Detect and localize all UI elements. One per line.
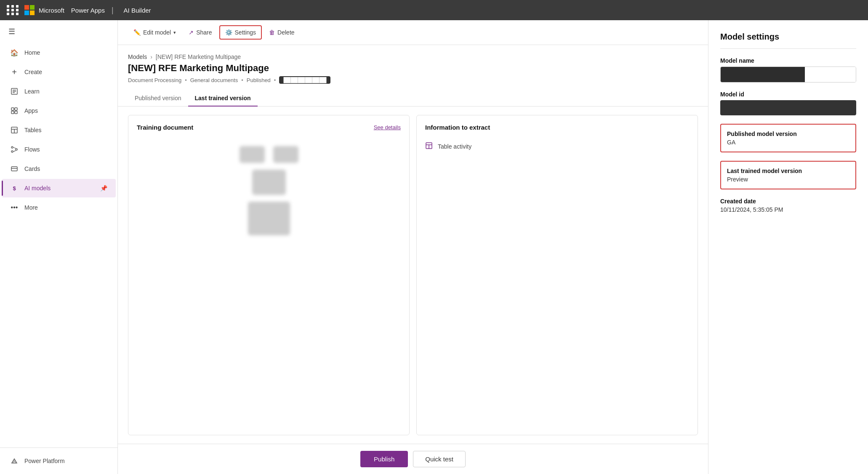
page-header: Models › [NEW] RFE Marketing Multipage [… <box>118 45 708 91</box>
sidebar-item-label: Power Platform <box>24 458 65 464</box>
page-title: [NEW] RFE Marketing Multipage <box>128 63 698 74</box>
share-button[interactable]: ↗ Share <box>183 26 217 39</box>
card-header: Training document See details <box>137 124 401 131</box>
training-document-card: Training document See details <box>128 115 410 435</box>
dot-2: • <box>241 77 243 83</box>
settings-icon: ⚙️ <box>225 29 232 36</box>
cards-area: Training document See details <box>118 107 708 444</box>
top-bar: Microsoft Power Apps | AI Builder <box>0 0 868 20</box>
model-name-input-wrapper <box>720 67 856 83</box>
blur-row-3 <box>248 202 290 235</box>
main-content: ✏️ Edit model ▾ ↗ Share ⚙️ Settings 🗑 De… <box>118 20 708 474</box>
svg-rect-5 <box>15 108 17 110</box>
pin-icon: 📌 <box>100 185 107 192</box>
breadcrumb-parent[interactable]: Models <box>128 53 147 60</box>
quick-test-button[interactable]: Quick test <box>413 451 466 467</box>
sidebar-item-apps[interactable]: Apps <box>2 101 116 120</box>
edit-model-label: Edit model <box>143 29 171 36</box>
sidebar-item-cards[interactable]: Cards <box>2 160 116 178</box>
last-trained-version-section: Last trained model version Preview <box>720 161 856 189</box>
published-version-label: Published model version <box>727 130 849 137</box>
main-layout: ☰ 🏠 Home + Create Learn Apps Tables <box>0 20 868 474</box>
model-id-field: Model id <box>720 91 856 115</box>
card-header-2: Information to extract <box>425 124 689 131</box>
dot-3: • <box>274 77 276 83</box>
tabs: Published version Last trained version <box>118 91 708 107</box>
edit-icon: ✏️ <box>133 29 141 36</box>
more-icon: ••• <box>10 203 19 212</box>
sidebar-item-flows[interactable]: Flows <box>2 140 116 159</box>
table-activity-item[interactable]: Table activity <box>425 138 689 155</box>
last-trained-version-label: Last trained model version <box>727 168 849 174</box>
sidebar-item-power-platform[interactable]: Power Platform <box>2 452 116 470</box>
model-name-empty <box>805 67 856 82</box>
tab-last-trained-version[interactable]: Last trained version <box>188 91 258 107</box>
svg-point-13 <box>11 151 13 152</box>
chevron-down-icon: ▾ <box>173 30 176 35</box>
settings-button[interactable]: ⚙️ Settings <box>219 25 262 40</box>
breadcrumb: Models › [NEW] RFE Marketing Multipage <box>128 53 698 60</box>
edit-model-button[interactable]: ✏️ Edit model ▾ <box>128 26 181 39</box>
training-doc-content <box>137 138 401 244</box>
tables-icon <box>10 126 19 134</box>
model-name-field: Model name <box>720 57 856 83</box>
model-id-value <box>720 100 856 115</box>
power-platform-icon <box>10 457 19 465</box>
separator: | <box>112 6 114 15</box>
settings-panel-title: Model settings <box>720 32 856 49</box>
flows-icon <box>10 145 19 154</box>
subtitle-type: Document Processing <box>128 77 181 83</box>
microsoft-label: Microsoft <box>39 7 64 14</box>
share-label: Share <box>196 29 212 36</box>
waffle-menu[interactable] <box>7 5 19 15</box>
model-name-filled <box>721 67 805 82</box>
blur-row-2 <box>252 170 286 195</box>
svg-rect-7 <box>15 111 17 114</box>
dot-1: • <box>185 77 187 83</box>
hamburger-menu[interactable]: ☰ <box>0 20 117 43</box>
tab-published-version[interactable]: Published version <box>128 91 188 107</box>
training-doc-title: Training document <box>137 124 193 131</box>
blur-placeholder-1 <box>240 146 265 163</box>
app-name: Power Apps <box>71 7 105 14</box>
sidebar-item-label: Learn <box>24 88 40 95</box>
subtitle-status: Published <box>247 77 271 83</box>
see-details-link[interactable]: See details <box>374 124 401 130</box>
info-extract-card: Information to extract Table activity <box>416 115 698 435</box>
sidebar-item-ai-models[interactable]: $ AI models 📌 <box>2 179 116 197</box>
sidebar-item-label: Home <box>24 49 40 56</box>
breadcrumb-chevron: › <box>150 53 152 60</box>
blur-placeholder-3 <box>252 170 286 195</box>
delete-icon: 🗑 <box>269 29 275 36</box>
sidebar-item-tables[interactable]: Tables <box>2 121 116 139</box>
delete-label: Delete <box>277 29 294 36</box>
apps-icon <box>10 107 19 115</box>
svg-rect-6 <box>11 111 14 114</box>
sidebar-item-home[interactable]: 🏠 Home <box>2 43 116 62</box>
sidebar-item-learn[interactable]: Learn <box>2 82 116 101</box>
sidebar-item-create[interactable]: + Create <box>2 63 116 81</box>
published-version-section: Published model version GA <box>720 124 856 152</box>
blur-placeholder-4 <box>248 202 290 235</box>
toolbar: ✏️ Edit model ▾ ↗ Share ⚙️ Settings 🗑 De… <box>118 20 708 45</box>
created-date-label: Created date <box>720 198 856 205</box>
sidebar-item-more[interactable]: ••• More <box>2 198 116 217</box>
blur-placeholder-2 <box>273 146 298 163</box>
created-date-section: Created date 10/11/2024, 5:35:05 PM <box>720 198 856 213</box>
product-name: AI Builder <box>124 7 151 14</box>
model-id-label: Model id <box>720 91 856 98</box>
blur-row-1 <box>240 146 298 163</box>
created-date-value: 10/11/2024, 5:35:05 PM <box>720 206 856 213</box>
delete-button[interactable]: 🗑 Delete <box>264 26 300 39</box>
sidebar-item-label: Apps <box>24 107 38 114</box>
model-name-label: Model name <box>720 57 856 64</box>
action-bar: Publish Quick test <box>118 444 708 474</box>
svg-point-11 <box>11 146 13 148</box>
sidebar-item-label: Create <box>24 69 42 75</box>
publish-button[interactable]: Publish <box>360 451 408 467</box>
create-icon: + <box>10 68 19 76</box>
svg-point-12 <box>16 149 17 150</box>
sidebar-item-label: AI models <box>24 185 51 192</box>
cards-icon <box>10 165 19 173</box>
last-trained-version-value: Preview <box>727 176 849 183</box>
